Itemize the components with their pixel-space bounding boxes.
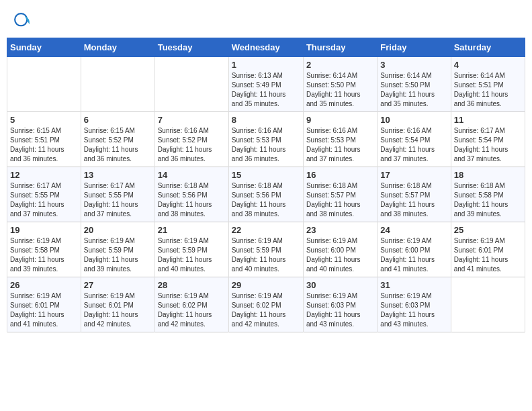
weekday-header-tuesday: Tuesday: [154, 38, 228, 57]
calendar-cell: 13Sunrise: 6:17 AM Sunset: 5:55 PM Dayli…: [81, 167, 154, 222]
calendar-cell: 8Sunrise: 6:16 AM Sunset: 5:53 PM Daylig…: [228, 112, 303, 167]
weekday-header-row: SundayMondayTuesdayWednesdayThursdayFrid…: [7, 38, 525, 57]
weekday-header-friday: Friday: [378, 38, 451, 57]
day-number: 9: [306, 115, 374, 125]
day-info: Sunrise: 6:17 AM Sunset: 5:55 PM Dayligh…: [10, 181, 78, 219]
day-number: 10: [380, 115, 447, 125]
calendar-cell: 4Sunrise: 6:14 AM Sunset: 5:51 PM Daylig…: [451, 57, 525, 112]
day-info: Sunrise: 6:19 AM Sunset: 6:02 PM Dayligh…: [232, 291, 300, 329]
day-number: 21: [158, 225, 226, 235]
calendar-cell: 16Sunrise: 6:18 AM Sunset: 5:57 PM Dayli…: [303, 167, 377, 222]
calendar-cell: [451, 277, 525, 332]
calendar-cell: 2Sunrise: 6:14 AM Sunset: 5:50 PM Daylig…: [303, 57, 377, 112]
day-info: Sunrise: 6:19 AM Sunset: 6:02 PM Dayligh…: [158, 291, 226, 329]
calendar-week-row: 19Sunrise: 6:19 AM Sunset: 5:58 PM Dayli…: [7, 222, 525, 277]
weekday-header-wednesday: Wednesday: [228, 38, 303, 57]
weekday-header-thursday: Thursday: [303, 38, 377, 57]
calendar-cell: 19Sunrise: 6:19 AM Sunset: 5:58 PM Dayli…: [7, 222, 81, 277]
day-number: 7: [158, 115, 226, 125]
calendar-cell: 30Sunrise: 6:19 AM Sunset: 6:03 PM Dayli…: [303, 277, 377, 332]
day-number: 1: [232, 60, 300, 70]
calendar-cell: 28Sunrise: 6:19 AM Sunset: 6:02 PM Dayli…: [154, 277, 228, 332]
calendar-table: SundayMondayTuesdayWednesdayThursdayFrid…: [7, 38, 525, 332]
day-number: 19: [10, 225, 78, 235]
day-info: Sunrise: 6:13 AM Sunset: 5:49 PM Dayligh…: [232, 71, 300, 109]
day-number: 29: [232, 280, 300, 290]
calendar-cell: 12Sunrise: 6:17 AM Sunset: 5:55 PM Dayli…: [7, 167, 81, 222]
calendar-cell: 17Sunrise: 6:18 AM Sunset: 5:57 PM Dayli…: [378, 167, 451, 222]
day-info: Sunrise: 6:19 AM Sunset: 5:58 PM Dayligh…: [10, 236, 78, 274]
day-number: 6: [84, 115, 152, 125]
calendar-cell: 22Sunrise: 6:19 AM Sunset: 5:59 PM Dayli…: [228, 222, 303, 277]
logo: [13, 12, 35, 31]
calendar-cell: [7, 57, 81, 112]
day-info: Sunrise: 6:16 AM Sunset: 5:53 PM Dayligh…: [306, 126, 374, 164]
logo-icon: [13, 12, 32, 31]
day-info: Sunrise: 6:19 AM Sunset: 5:59 PM Dayligh…: [232, 236, 300, 274]
calendar-cell: [154, 57, 228, 112]
day-info: Sunrise: 6:15 AM Sunset: 5:51 PM Dayligh…: [10, 126, 78, 164]
day-number: 12: [10, 170, 78, 180]
calendar-cell: 31Sunrise: 6:19 AM Sunset: 6:03 PM Dayli…: [378, 277, 451, 332]
svg-point-0: [15, 13, 27, 26]
calendar-cell: 10Sunrise: 6:16 AM Sunset: 5:54 PM Dayli…: [378, 112, 451, 167]
day-number: 23: [306, 225, 374, 235]
day-number: 24: [380, 225, 447, 235]
calendar-week-row: 12Sunrise: 6:17 AM Sunset: 5:55 PM Dayli…: [7, 167, 525, 222]
calendar-cell: 7Sunrise: 6:16 AM Sunset: 5:52 PM Daylig…: [154, 112, 228, 167]
day-number: 25: [454, 225, 522, 235]
calendar-cell: 5Sunrise: 6:15 AM Sunset: 5:51 PM Daylig…: [7, 112, 81, 167]
day-number: 14: [158, 170, 226, 180]
calendar-cell: 9Sunrise: 6:16 AM Sunset: 5:53 PM Daylig…: [303, 112, 377, 167]
calendar-cell: 21Sunrise: 6:19 AM Sunset: 5:59 PM Dayli…: [154, 222, 228, 277]
day-number: 13: [84, 170, 152, 180]
day-number: 4: [454, 60, 522, 70]
day-info: Sunrise: 6:16 AM Sunset: 5:52 PM Dayligh…: [158, 126, 226, 164]
calendar-week-row: 5Sunrise: 6:15 AM Sunset: 5:51 PM Daylig…: [7, 112, 525, 167]
day-info: Sunrise: 6:18 AM Sunset: 5:57 PM Dayligh…: [306, 181, 374, 219]
calendar-cell: 25Sunrise: 6:19 AM Sunset: 6:01 PM Dayli…: [451, 222, 525, 277]
day-number: 30: [306, 280, 374, 290]
calendar-cell: 11Sunrise: 6:17 AM Sunset: 5:54 PM Dayli…: [451, 112, 525, 167]
page-header: [7, 7, 525, 34]
day-info: Sunrise: 6:18 AM Sunset: 5:58 PM Dayligh…: [454, 181, 522, 219]
day-info: Sunrise: 6:19 AM Sunset: 6:00 PM Dayligh…: [380, 236, 447, 274]
day-info: Sunrise: 6:14 AM Sunset: 5:51 PM Dayligh…: [454, 71, 522, 109]
day-info: Sunrise: 6:19 AM Sunset: 6:03 PM Dayligh…: [306, 291, 374, 329]
day-info: Sunrise: 6:18 AM Sunset: 5:57 PM Dayligh…: [380, 181, 447, 219]
day-info: Sunrise: 6:19 AM Sunset: 6:03 PM Dayligh…: [380, 291, 447, 329]
calendar-cell: 6Sunrise: 6:15 AM Sunset: 5:52 PM Daylig…: [81, 112, 154, 167]
day-number: 22: [232, 225, 300, 235]
calendar-cell: 24Sunrise: 6:19 AM Sunset: 6:00 PM Dayli…: [378, 222, 451, 277]
day-number: 8: [232, 115, 300, 125]
day-info: Sunrise: 6:15 AM Sunset: 5:52 PM Dayligh…: [84, 126, 152, 164]
day-info: Sunrise: 6:17 AM Sunset: 5:54 PM Dayligh…: [454, 126, 522, 164]
day-number: 18: [454, 170, 522, 180]
calendar-cell: 29Sunrise: 6:19 AM Sunset: 6:02 PM Dayli…: [228, 277, 303, 332]
weekday-header-sunday: Sunday: [7, 38, 81, 57]
calendar-week-row: 26Sunrise: 6:19 AM Sunset: 6:01 PM Dayli…: [7, 277, 525, 332]
day-number: 26: [10, 280, 78, 290]
day-number: 31: [380, 280, 447, 290]
day-info: Sunrise: 6:19 AM Sunset: 6:00 PM Dayligh…: [306, 236, 374, 274]
calendar-cell: 1Sunrise: 6:13 AM Sunset: 5:49 PM Daylig…: [228, 57, 303, 112]
calendar-cell: 14Sunrise: 6:18 AM Sunset: 5:56 PM Dayli…: [154, 167, 228, 222]
day-number: 2: [306, 60, 374, 70]
day-info: Sunrise: 6:18 AM Sunset: 5:56 PM Dayligh…: [158, 181, 226, 219]
day-number: 20: [84, 225, 152, 235]
day-info: Sunrise: 6:19 AM Sunset: 6:01 PM Dayligh…: [84, 291, 152, 329]
day-info: Sunrise: 6:19 AM Sunset: 6:01 PM Dayligh…: [10, 291, 78, 329]
calendar-week-row: 1Sunrise: 6:13 AM Sunset: 5:49 PM Daylig…: [7, 57, 525, 112]
calendar-cell: 15Sunrise: 6:18 AM Sunset: 5:56 PM Dayli…: [228, 167, 303, 222]
weekday-header-saturday: Saturday: [451, 38, 525, 57]
weekday-header-monday: Monday: [81, 38, 154, 57]
calendar-cell: 27Sunrise: 6:19 AM Sunset: 6:01 PM Dayli…: [81, 277, 154, 332]
calendar-cell: 23Sunrise: 6:19 AM Sunset: 6:00 PM Dayli…: [303, 222, 377, 277]
calendar-cell: [81, 57, 154, 112]
calendar-cell: 20Sunrise: 6:19 AM Sunset: 5:59 PM Dayli…: [81, 222, 154, 277]
day-number: 28: [158, 280, 226, 290]
day-number: 16: [306, 170, 374, 180]
day-info: Sunrise: 6:17 AM Sunset: 5:55 PM Dayligh…: [84, 181, 152, 219]
day-info: Sunrise: 6:14 AM Sunset: 5:50 PM Dayligh…: [306, 71, 374, 109]
calendar-cell: 18Sunrise: 6:18 AM Sunset: 5:58 PM Dayli…: [451, 167, 525, 222]
